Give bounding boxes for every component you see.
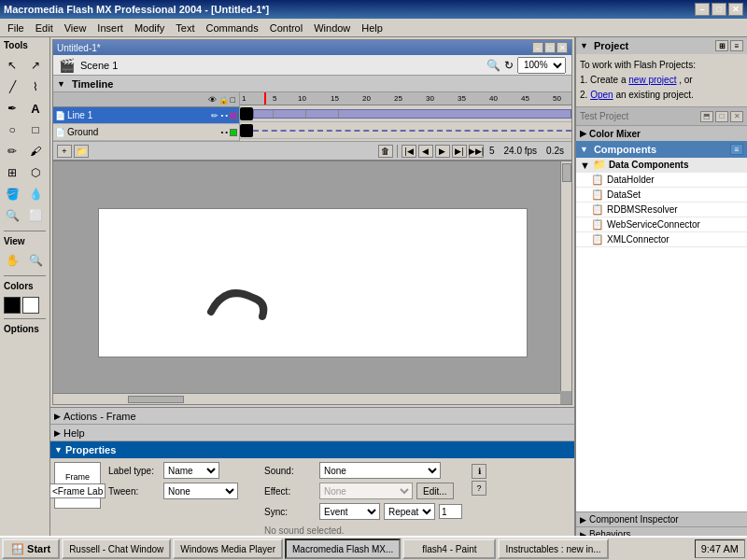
menu-control[interactable]: Control — [264, 21, 308, 35]
new-project-link[interactable]: new project — [628, 75, 676, 85]
tool-rect[interactable]: □ — [25, 119, 46, 140]
comp-row-webservice[interactable]: 📋 WebServiceConnector — [576, 217, 747, 232]
tool-oval[interactable]: ○ — [2, 119, 22, 140]
maximize-btn[interactable]: □ — [712, 3, 726, 16]
tool-text[interactable]: A — [25, 98, 46, 119]
taskbar-russell[interactable]: Russell - Chat Window — [62, 539, 171, 559]
taskbar-flash[interactable]: Macromedia Flash MX... — [285, 539, 401, 559]
tl-next-keyframe-btn[interactable]: ▶▶| — [469, 145, 484, 158]
close-btn[interactable]: ✕ — [728, 3, 743, 16]
menu-insert[interactable]: Insert — [92, 21, 129, 35]
prop-info-btn[interactable]: ℹ — [472, 464, 486, 479]
layer-lock-icon[interactable]: 🔒 — [218, 95, 229, 105]
scrollbar-v-thumb[interactable] — [562, 163, 571, 182]
tool-fill[interactable]: ⬡ — [25, 162, 46, 183]
tool-ink[interactable]: 🪣 — [2, 184, 22, 204]
menu-edit[interactable]: Edit — [30, 21, 59, 35]
properties-content: Frame Label type: Name Tw — [50, 458, 574, 541]
tool-arrow[interactable]: ↖ — [2, 55, 22, 76]
project-header[interactable]: ▼ Project ⊞ ≡ — [576, 37, 747, 54]
color-mixer-collapse-arrow: ▶ — [580, 129, 586, 138]
canvas-area[interactable] — [53, 161, 571, 404]
test-project-btn1[interactable]: ⬒ — [700, 111, 713, 122]
doc-minimize-btn[interactable]: – — [532, 42, 543, 53]
comp-btn1[interactable]: ≡ — [730, 144, 743, 155]
menu-window[interactable]: Window — [308, 21, 356, 35]
tool-pencil[interactable]: ✏ — [2, 141, 22, 161]
menu-file[interactable]: File — [2, 21, 30, 35]
scrollbar-h-thumb[interactable] — [128, 396, 184, 403]
layer-show-icon[interactable]: 👁 — [208, 95, 217, 105]
tween-select[interactable]: None Motion Shape — [163, 483, 238, 499]
layer-row-line1[interactable]: 📄 Line 1 ✏ • • — [53, 107, 239, 124]
effect-select[interactable]: None — [319, 483, 413, 499]
layer-row-ground[interactable]: 📄 Ground • • — [53, 124, 239, 141]
tl-add-folder-btn[interactable]: 📁 — [74, 145, 89, 158]
canvas-scrollbar-h[interactable] — [53, 393, 560, 404]
tool-pen[interactable]: ✒ — [2, 98, 22, 119]
start-button[interactable]: 🪟 Start — [2, 539, 60, 559]
taskbar-instructables[interactable]: Instructables : new in... — [498, 539, 608, 559]
minimize-btn[interactable]: – — [695, 3, 710, 16]
stroke-color[interactable] — [4, 297, 21, 314]
tl-next-frame-btn[interactable]: ▶| — [452, 145, 467, 158]
tl-play-btn[interactable]: ▶ — [435, 145, 450, 158]
frames-line1[interactable] — [240, 105, 571, 122]
components-label: Components — [594, 144, 656, 155]
taskbar-paint-label: flash4 - Paint — [422, 544, 476, 554]
labeltype-select[interactable]: Name — [163, 462, 219, 479]
edit-btn[interactable]: Edit... — [416, 483, 454, 499]
frames-ground[interactable] — [240, 122, 571, 139]
prop-help-btn[interactable]: ? — [472, 481, 486, 496]
tool-subselect[interactable]: ↗ — [25, 55, 46, 76]
frame-label-input[interactable] — [50, 483, 106, 498]
tool-freexform[interactable]: ⊞ — [2, 162, 22, 183]
tl-add-layer-btn[interactable]: + — [57, 145, 72, 158]
tl-prev-keyframe-btn[interactable]: |◀ — [402, 145, 416, 158]
taskbar-paint[interactable]: flash4 - Paint — [402, 539, 496, 559]
project-btn2[interactable]: ≡ — [730, 40, 743, 51]
timeline-header[interactable]: ▼ Timeline — [53, 76, 571, 92]
taskbar-mediaplayer[interactable]: Windows Media Player — [173, 539, 283, 559]
doc-restore-btn[interactable]: □ — [544, 42, 556, 53]
canvas-scrollbar-v[interactable] — [560, 161, 571, 391]
open-project-link[interactable]: Open — [590, 90, 613, 100]
repeat-num-input[interactable] — [439, 504, 462, 519]
comp-inspector-bar[interactable]: ▶ Component Inspector — [576, 511, 747, 526]
tool-zoom[interactable]: 🔍 — [25, 250, 46, 271]
tl-prev-frame-btn[interactable]: ◀ — [418, 145, 433, 158]
zoom-select[interactable]: 100% 50% 200% — [517, 57, 566, 74]
tl-delete-layer-btn[interactable]: 🗑 — [378, 145, 393, 158]
frame-num-15: 15 — [331, 94, 339, 103]
comp-row-data-components[interactable]: ▼ 📁 Data Components — [576, 158, 747, 173]
repeat-select[interactable]: Repeat Loop — [384, 503, 435, 520]
layer-outline-icon[interactable]: □ — [231, 95, 235, 105]
sound-select[interactable]: None — [319, 462, 441, 479]
project-btn1[interactable]: ⊞ — [715, 40, 728, 51]
comp-row-dataholder[interactable]: 📋 DataHolder — [576, 173, 747, 188]
tool-lasso[interactable]: ⌇ — [25, 77, 46, 97]
tl-frame-num: 5 — [486, 146, 499, 156]
actions-panel[interactable]: ▶ Actions - Frame — [50, 408, 574, 425]
test-project-btn3[interactable]: ✕ — [730, 111, 743, 122]
tool-brush[interactable]: 🖌 — [25, 141, 46, 161]
menu-help[interactable]: Help — [356, 21, 388, 35]
tool-hand[interactable]: ✋ — [2, 250, 22, 271]
tool-eyedrop[interactable]: 🔍 — [2, 205, 22, 226]
menu-modify[interactable]: Modify — [129, 21, 170, 35]
color-mixer-header[interactable]: ▶ Color Mixer — [576, 126, 747, 141]
sync-select[interactable]: Event Start Stop Stream — [319, 503, 380, 520]
comp-row-rdbmsresolver[interactable]: 📋 RDBMSResolver — [576, 203, 747, 217]
tool-paint[interactable]: 💧 — [25, 184, 46, 204]
tool-eraser[interactable]: ⬜ — [25, 205, 46, 226]
tool-line[interactable]: ╱ — [2, 77, 22, 97]
comp-row-xmlconnector[interactable]: 📋 XMLConnector — [576, 232, 747, 247]
comp-row-dataset[interactable]: 📋 DataSet — [576, 188, 747, 203]
test-project-btn2[interactable]: □ — [715, 111, 728, 122]
help-panel[interactable]: ▶ Help — [50, 425, 574, 441]
menu-commands[interactable]: Commands — [200, 21, 263, 35]
menu-text[interactable]: Text — [170, 21, 200, 35]
doc-close-btn[interactable]: ✕ — [557, 42, 568, 53]
fill-color[interactable] — [22, 297, 39, 314]
menu-view[interactable]: View — [59, 21, 92, 35]
